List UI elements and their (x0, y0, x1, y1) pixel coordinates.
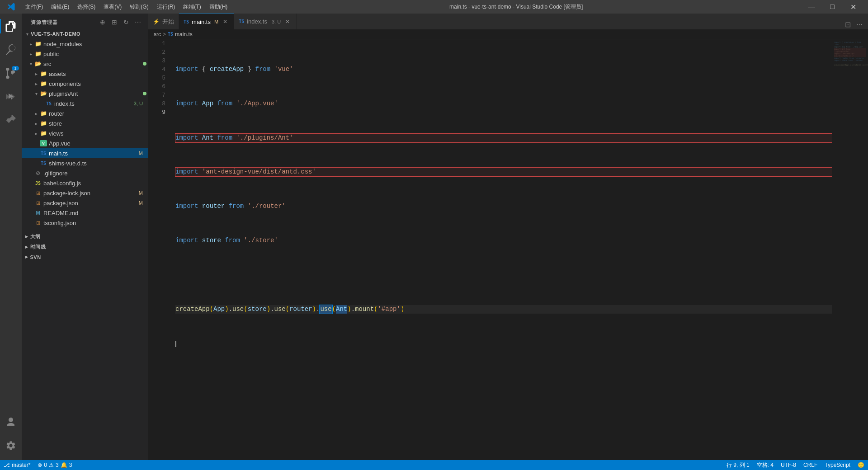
md-file-icon: M (34, 209, 42, 216)
tree-item-public[interactable]: ▸ 📁 public (22, 49, 148, 59)
no-chevron (38, 100, 45, 107)
tsconfig-label: tsconfig.json (43, 220, 146, 226)
tree-item-src[interactable]: ▾ 📂 src (22, 59, 148, 69)
timeline-panel-header[interactable]: ▸ 时间线 (22, 242, 148, 252)
refresh-button[interactable]: ↻ (121, 17, 131, 27)
extensions-icon[interactable] (0, 109, 22, 131)
tab-main-ts[interactable]: TS main.ts M ✕ (179, 14, 234, 29)
code-content[interactable]: import { createApp } from 'vue' import A… (171, 39, 832, 460)
breadcrumb-file[interactable]: main.ts (175, 31, 193, 38)
menu-goto[interactable]: 转到(G) (126, 2, 152, 12)
menu-file[interactable]: 文件(F) (22, 2, 47, 12)
tree-item-main-ts[interactable]: TS main.ts M (22, 148, 148, 158)
feedback-item[interactable]: 🙂 (854, 460, 868, 470)
tree-item-index-ts-plugins[interactable]: TS index.ts 3, U (22, 99, 148, 108)
source-control-badge: 1 (12, 66, 19, 70)
menu-view[interactable]: 查看(V) (100, 2, 125, 12)
tree-item-views[interactable]: ▸ 📁 views (22, 128, 148, 138)
chevron-right-icon: ▸ (33, 130, 40, 137)
tree-item-plugins-ant[interactable]: ▾ 📂 plugins\Ant (22, 89, 148, 99)
tree-item-components[interactable]: ▸ 📁 components (22, 79, 148, 89)
tab-close-main-ts[interactable]: ✕ (221, 18, 229, 26)
run-icon[interactable] (0, 86, 22, 108)
line-ending-item[interactable]: CRLF (800, 460, 821, 470)
minimize-button[interactable]: — (801, 0, 822, 14)
language-item[interactable]: TypeScript (821, 460, 854, 470)
menu-terminal[interactable]: 终端(T) (179, 2, 204, 12)
tree-item-readme[interactable]: M README.md (22, 208, 148, 218)
folder-icon: 📁 (40, 110, 47, 117)
search-icon[interactable] (0, 39, 22, 61)
collapse-all-button[interactable]: ⋯ (133, 17, 143, 27)
tabs-bar: ⚡ 开始 TS main.ts M ✕ TS index.ts 3, U ✕ ⊡… (148, 14, 868, 29)
line-num-4: 4 (148, 65, 165, 74)
no-chevron (33, 140, 40, 147)
line-num-9: 9 (148, 108, 165, 117)
tree-item-tsconfig[interactable]: ⊞ tsconfig.json (22, 218, 148, 228)
package-lock-label: package-lock.json (43, 190, 139, 197)
activity-bottom (0, 411, 22, 460)
tree-item-babel-config[interactable]: JS babel.config.js (22, 178, 148, 188)
breadcrumb-src[interactable]: src (154, 31, 161, 38)
package-json-badge: M (139, 200, 146, 206)
error-count-item[interactable]: ⊗ 0 ⚠ 3 🔔 3 (34, 460, 75, 470)
menu-help[interactable]: 帮助(H) (206, 2, 231, 12)
cursor-pos-item[interactable]: 行 9, 列 1 (723, 460, 753, 470)
tree-item-project[interactable]: ▾ VUE-TS-ANT-DEMO (22, 29, 148, 39)
tree-item-gitignore[interactable]: ⊘ .gitignore (22, 168, 148, 178)
close-button[interactable]: ✕ (843, 0, 863, 14)
svn-panel-header[interactable]: ▸ SVN (22, 252, 148, 262)
split-editor-button[interactable]: ⊡ (843, 19, 853, 29)
editor-area: ⚡ 开始 TS main.ts M ✕ TS index.ts 3, U ✕ ⊡… (148, 14, 868, 460)
tree-item-package-lock[interactable]: ⊞ package-lock.json M (22, 188, 148, 198)
code-line-7 (175, 271, 832, 279)
project-root-label: VUE-TS-ANT-DEMO (31, 31, 146, 37)
tree-item-package-json[interactable]: ⊞ package.json M (22, 198, 148, 208)
new-file-button[interactable]: ⊕ (98, 17, 108, 27)
outline-panel-header[interactable]: ▸ 大纲 (22, 231, 148, 242)
encoding-item[interactable]: UTF-8 (777, 460, 800, 470)
git-branch-item[interactable]: ⎇ master* (0, 460, 34, 470)
vscode-logo (5, 0, 18, 14)
account-icon[interactable] (0, 411, 22, 433)
tab-index-ts[interactable]: TS index.ts 3, U ✕ (234, 14, 297, 29)
chevron-down-icon: ▾ (24, 30, 31, 38)
shims-vue-label: shims-vue.d.ts (49, 160, 146, 167)
index-ts-plugins-label: index.ts (54, 100, 134, 107)
maximize-button[interactable]: □ (822, 0, 843, 14)
spaces-label: 空格: 4 (757, 461, 774, 469)
app-container: 1 资 (0, 14, 868, 460)
explorer-icon[interactable] (0, 15, 22, 37)
tree-item-node-modules[interactable]: ▸ 📁 node_modules (22, 39, 148, 49)
line-num-3: 3 (148, 56, 165, 65)
language-label: TypeScript (825, 462, 850, 468)
tab-start[interactable]: ⚡ 开始 (148, 14, 179, 29)
settings-icon[interactable] (0, 435, 22, 456)
spaces-item[interactable]: 空格: 4 (753, 460, 777, 470)
minimap: import { createApp } from 'vue' import A… (832, 39, 868, 460)
menu-edit[interactable]: 编辑(E) (47, 2, 73, 12)
menu-run[interactable]: 运行(R) (153, 2, 179, 12)
tree-item-store[interactable]: ▸ 📁 store (22, 118, 148, 128)
tab-close-index-ts[interactable]: ✕ (283, 18, 292, 26)
node-modules-label: node_modules (43, 41, 146, 47)
title-bar: 文件(F) 编辑(E) 选择(S) 查看(V) 转到(G) 运行(R) 终端(T… (0, 0, 868, 14)
code-editor[interactable]: 1 2 3 4 5 6 7 8 9 import { createApp } f… (148, 39, 868, 460)
line-num-2: 2 (148, 48, 165, 56)
modified-indicator (143, 92, 146, 95)
tree-item-app-vue[interactable]: V App.vue (22, 138, 148, 148)
json-file-icon: ⊞ (34, 219, 42, 226)
tree-item-shims-vue[interactable]: TS shims-vue.d.ts (22, 158, 148, 168)
no-chevron (33, 160, 40, 167)
main-ts-badge: M (139, 150, 146, 156)
new-folder-button[interactable]: ⊞ (109, 17, 119, 27)
status-bar: ⎇ master* ⊗ 0 ⚠ 3 🔔 3 行 9, 列 1 空格: 4 UTF… (0, 460, 868, 470)
tree-item-router[interactable]: ▸ 📁 router (22, 108, 148, 118)
tree-item-assets[interactable]: ▸ 📁 assets (22, 69, 148, 79)
more-tabs-button[interactable]: ⋯ (854, 19, 864, 29)
source-control-icon[interactable]: 1 (0, 62, 22, 84)
no-chevron (27, 189, 34, 197)
chevron-right-icon: ▸ (25, 234, 28, 240)
no-chevron (27, 179, 34, 187)
menu-select[interactable]: 选择(S) (74, 2, 99, 12)
